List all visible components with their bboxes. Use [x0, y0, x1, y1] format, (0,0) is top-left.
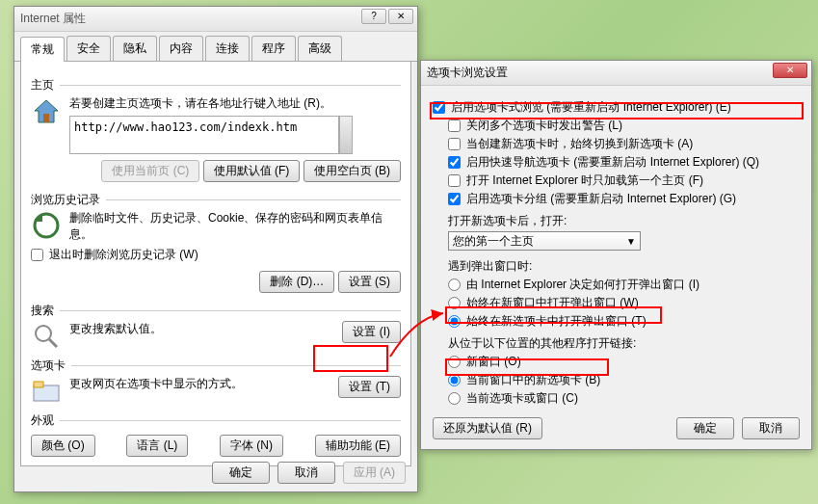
popup-new-window-radio[interactable] — [448, 297, 461, 309]
tab-programs[interactable]: 程序 — [251, 36, 296, 61]
tab-groups-checkbox[interactable] — [448, 193, 461, 205]
delete-on-exit-checkbox[interactable] — [31, 249, 43, 261]
tab-advanced[interactable]: 高级 — [298, 36, 342, 61]
popup-label: 遇到弹出窗口时: — [448, 258, 800, 275]
warn-close-label: 关闭多个选项卡时发出警告 (L) — [466, 118, 622, 134]
svg-rect-5 — [34, 382, 43, 387]
home-icon — [31, 95, 62, 126]
switch-new-tab-checkbox[interactable] — [448, 138, 461, 150]
use-default-button[interactable]: 使用默认值 (F) — [203, 160, 301, 182]
popup-new-tab-label: 始终在新选项卡中打开弹出窗口 (T) — [466, 313, 646, 330]
tabs-settings-button[interactable]: 设置 (T) — [338, 376, 401, 398]
links-new-window-radio[interactable] — [448, 356, 461, 368]
restore-defaults-button[interactable]: 还原为默认值 (R) — [433, 417, 542, 439]
enable-tabbed-checkbox[interactable] — [433, 101, 445, 114]
links-new-tab-radio[interactable] — [448, 374, 461, 386]
tab-connections[interactable]: 连接 — [205, 36, 250, 61]
fonts-button[interactable]: 字体 (N) — [220, 435, 283, 457]
delete-on-exit-label: 退出时删除浏览历史记录 (W) — [49, 247, 198, 263]
svg-rect-0 — [43, 114, 49, 122]
history-icon — [31, 210, 62, 241]
search-settings-button[interactable]: 设置 (I) — [342, 321, 401, 343]
tab-privacy[interactable]: 隐私 — [113, 36, 157, 61]
warn-close-checkbox[interactable] — [448, 119, 461, 132]
popup-new-window-label: 始终在新窗口中打开弹出窗口 (W) — [466, 295, 639, 311]
quicktabs-label: 启用快速导航选项卡 (需要重新启动 Internet Explorer) (Q) — [466, 154, 759, 171]
popup-ie-decide-radio[interactable] — [448, 279, 461, 291]
ok-button[interactable]: 确定 — [212, 462, 270, 484]
tab-content[interactable]: 内容 — [159, 36, 203, 61]
window-title-right: 选项卡浏览设置 — [427, 65, 508, 81]
titlebar[interactable]: Internet 属性 ? ✕ — [14, 7, 417, 32]
links-new-tab-label: 当前窗口中的新选项卡 (B) — [466, 372, 600, 388]
cancel-button-right[interactable]: 取消 — [742, 417, 800, 439]
delete-button[interactable]: 删除 (D)… — [259, 271, 334, 293]
internet-properties-dialog: Internet 属性 ? ✕ 常规 安全 隐私 内容 连接 程序 高级 主页 … — [13, 6, 418, 492]
first-home-label: 打开 Internet Explorer 时只加载第一个主页 (F) — [466, 172, 703, 189]
open-new-tab-label: 打开新选项卡后，打开: — [448, 213, 800, 229]
tabstrip: 常规 安全 隐私 内容 连接 程序 高级 — [14, 36, 417, 62]
history-settings-button[interactable]: 设置 (S) — [338, 271, 401, 293]
links-current-radio[interactable] — [448, 392, 461, 405]
tabs-icon — [31, 376, 62, 407]
tab-security[interactable]: 安全 — [66, 36, 111, 61]
group-search: 搜索 — [31, 303, 401, 319]
search-icon — [31, 321, 62, 352]
home-url-input[interactable] — [69, 116, 339, 154]
use-current-button: 使用当前页 (C) — [101, 160, 199, 182]
new-tab-dropdown[interactable]: 您的第一个主页 ▼ — [448, 231, 641, 251]
use-blank-button[interactable]: 使用空白页 (B) — [303, 160, 401, 182]
apply-button: 应用 (A) — [343, 462, 406, 484]
right-pane: 启用选项卡式浏览 (需要重新启动 Internet Explorer) (E) … — [421, 86, 811, 420]
tab-general[interactable]: 常规 — [20, 37, 65, 62]
history-desc: 删除临时文件、历史记录、Cookie、保存的密码和网页表单信息。 — [31, 210, 401, 243]
ok-button-right[interactable]: 确定 — [676, 417, 734, 439]
svg-point-2 — [36, 326, 51, 341]
general-pane: 主页 若要创建主页选项卡，请在各地址行键入地址 (R)。 使用当前页 (C) 使… — [20, 62, 411, 466]
svg-point-1 — [35, 214, 58, 237]
popup-ie-decide-label: 由 Internet Explorer 决定如何打开弹出窗口 (I) — [466, 277, 699, 293]
languages-button[interactable]: 语言 (L) — [126, 435, 188, 457]
home-desc: 若要创建主页选项卡，请在各地址行键入地址 (R)。 — [31, 95, 401, 112]
titlebar-right[interactable]: 选项卡浏览设置 ✕ — [421, 61, 811, 86]
chevron-down-icon: ▼ — [626, 236, 636, 247]
group-home: 主页 — [31, 77, 401, 93]
colors-button[interactable]: 颜色 (O) — [31, 435, 95, 457]
scrollbar[interactable] — [339, 116, 353, 154]
close-icon[interactable]: ✕ — [773, 63, 807, 78]
close-icon[interactable]: ✕ — [388, 9, 413, 24]
links-label: 从位于以下位置的其他程序打开链接: — [448, 335, 800, 352]
first-home-checkbox[interactable] — [448, 174, 461, 187]
popup-new-tab-radio[interactable] — [448, 315, 461, 328]
help-icon[interactable]: ? — [361, 9, 386, 24]
group-tabs: 选项卡 — [31, 358, 401, 374]
links-current-label: 当前选项卡或窗口 (C) — [466, 390, 578, 407]
enable-tabbed-label: 启用选项卡式浏览 (需要重新启动 Internet Explorer) (E) — [451, 99, 731, 116]
search-desc: 更改搜索默认值。 — [69, 321, 262, 337]
dropdown-value: 您的第一个主页 — [453, 233, 534, 250]
cancel-button[interactable]: 取消 — [277, 462, 335, 484]
accessibility-button[interactable]: 辅助功能 (E) — [315, 435, 401, 457]
window-title: Internet 属性 — [20, 11, 86, 27]
svg-line-3 — [49, 339, 57, 347]
links-new-window-label: 新窗口 (O) — [466, 354, 521, 370]
quicktabs-checkbox[interactable] — [448, 156, 461, 169]
switch-new-tab-label: 当创建新选项卡时，始终切换到新选项卡 (A) — [466, 136, 693, 152]
tabs-desc: 更改网页在选项卡中显示的方式。 — [69, 376, 262, 392]
tab-browsing-settings-dialog: 选项卡浏览设置 ✕ 启用选项卡式浏览 (需要重新启动 Internet Expl… — [420, 60, 812, 450]
group-history: 浏览历史记录 — [31, 192, 401, 208]
tab-groups-label: 启用选项卡分组 (需要重新启动 Internet Explorer) (G) — [466, 191, 736, 207]
group-appearance: 外观 — [31, 412, 401, 429]
